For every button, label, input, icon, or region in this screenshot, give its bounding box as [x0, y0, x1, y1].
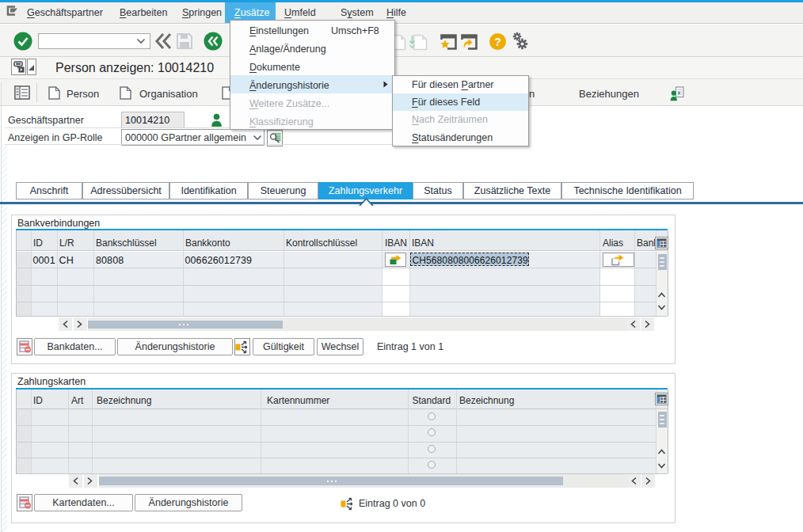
svg-text:?: ? [494, 36, 501, 48]
